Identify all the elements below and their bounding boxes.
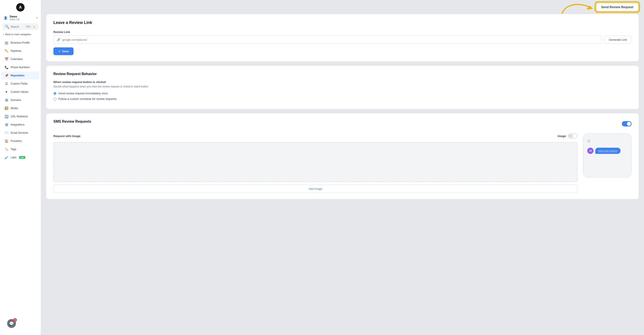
generate-link-button[interactable]: Generate Link [604, 36, 632, 44]
phone-numbers-icon: 📞 [4, 65, 8, 69]
svg-marker-0 [586, 5, 593, 9]
sidebar-item-label-tags: Tags [11, 148, 16, 151]
calendars-icon: 📅 [4, 57, 8, 61]
review-link-input[interactable] [62, 38, 598, 41]
add-image-button[interactable]: Add image [54, 185, 578, 193]
labs-icon: 🧪 [4, 155, 8, 159]
sms-header: SMS Review Requests [54, 120, 632, 128]
sidebar-logo: A [0, 0, 41, 14]
message-link[interactable]: https://bit.ly/qty52 [598, 149, 618, 152]
search-label: Search [11, 25, 24, 28]
message-bubble-row: JD https://bit.ly/qty52 [587, 148, 627, 154]
back-nav-label: Back to main navigation [5, 33, 31, 36]
custom-values-icon: ♥ [4, 90, 8, 94]
phone-mockup: ☰ JD https://bit.ly/qty52 [583, 133, 632, 178]
sidebar-item-label-labs: Labs [11, 156, 16, 159]
sidebar-item-label-pipelines: Pipelines [11, 49, 22, 52]
phone-menu-icon: ☰ [587, 139, 627, 143]
reputation-icon: 📌 [4, 73, 8, 77]
save-button[interactable]: ✓ Save [54, 47, 74, 55]
sidebar-item-providers[interactable]: 🏠Providers [1, 137, 40, 145]
request-with-image-label: Request with Image [54, 134, 80, 138]
chevron-down-icon: ▾ [36, 16, 38, 19]
review-link-card: Leave a Review Link Review Link 🔗 Genera… [46, 14, 639, 61]
domains-icon: ⚙️ [4, 98, 8, 102]
sidebar-item-label-custom-values: Custom Values [11, 90, 28, 93]
tags-icon: 🏷️ [4, 147, 8, 151]
back-arrow-icon: ‹ [3, 33, 4, 36]
sidebar-item-media[interactable]: 🖼️Media [1, 104, 40, 112]
sidebar-item-email-services[interactable]: ✉️Email Services [1, 129, 40, 137]
content-area: Leave a Review Link Review Link 🔗 Genera… [41, 14, 644, 335]
url-redirects-icon: ↩️ [4, 114, 8, 118]
radio-label-1: Send review request immediately once [58, 92, 108, 95]
link-icon: 🔗 [57, 38, 60, 41]
sms-title: SMS Review Requests [54, 120, 91, 124]
nav-items-container: 🏢Business Profile✏️Pipelines📅Calendars📞P… [0, 38, 41, 162]
radio-input-2[interactable] [54, 97, 56, 100]
message-avatar: JD [587, 148, 594, 154]
sidebar-item-label-reputation: Reputation [11, 74, 24, 77]
sidebar-item-label-business-profile: Business Profile [11, 41, 30, 44]
sidebar-item-reputation[interactable]: 📌Reputation [1, 71, 40, 79]
review-link-input-wrapper[interactable]: 🔗 [54, 35, 602, 44]
send-review-request-button[interactable]: Send Review Request [596, 3, 639, 11]
integrations-icon: ⚙️ [4, 123, 8, 127]
sidebar-item-phone-numbers[interactable]: 📞Phone Numbers [1, 63, 40, 71]
search-shortcut: ⌘K [25, 25, 31, 28]
sms-content: Request with Image Image ✕ Add image [54, 133, 632, 193]
image-placeholder [54, 142, 578, 182]
user-info[interactable]: 👤 Demo Irvine, CA ▾ [0, 14, 41, 22]
sidebar-item-labs[interactable]: 🧪Labsnew [1, 153, 40, 161]
message-bubble: https://bit.ly/qty52 [595, 148, 620, 154]
check-icon: ✓ [58, 50, 61, 53]
sidebar-item-tags[interactable]: 🏷️Tags [1, 145, 40, 153]
chat-badge: 3 [13, 318, 17, 322]
labs-badge: new [19, 156, 25, 159]
user-name: Demo [10, 15, 35, 18]
user-text: Demo Irvine, CA [10, 15, 35, 20]
review-link-label: Review Link [54, 30, 632, 34]
image-toggle[interactable]: ✕ [568, 133, 578, 139]
chat-button[interactable]: 💬 3 [7, 319, 16, 328]
sms-left: Request with Image Image ✕ Add image [54, 133, 578, 193]
sidebar-item-custom-fields[interactable]: ☰Custom Fields [1, 80, 40, 88]
image-toggle-row: Image ✕ [558, 133, 578, 139]
sidebar-item-label-email-services: Email Services [11, 131, 28, 134]
business-profile-icon: 🏢 [4, 41, 8, 45]
sidebar-item-domains[interactable]: ⚙️Domains [1, 96, 40, 104]
review-link-input-row: 🔗 Generate Link [54, 35, 632, 44]
sidebar-item-calendars[interactable]: 📅Calendars [1, 55, 40, 63]
sidebar-item-label-integrations: Integrations [11, 123, 24, 126]
media-icon: 🖼️ [4, 106, 8, 110]
providers-icon: 🏠 [4, 139, 8, 143]
back-to-main-nav[interactable]: ‹ Back to main navigation [0, 31, 41, 38]
email-services-icon: ✉️ [4, 131, 8, 135]
sidebar-item-label-url-redirects: URL Redirects [11, 115, 28, 118]
search-icon: 🔍 [5, 24, 9, 29]
sidebar-item-label-providers: Providers [11, 139, 22, 143]
main-content: Send Review Request Leave a Review Link … [41, 0, 644, 335]
sidebar-item-business-profile[interactable]: 🏢Business Profile [1, 39, 40, 47]
sms-phone-preview: ☰ JD https://bit.ly/qty52 [583, 133, 632, 193]
review-behavior-title: Review Request Behavior [54, 72, 632, 76]
review-behavior-card: Review Request Behavior When review requ… [46, 66, 639, 109]
radio-option-1[interactable]: Send review request immediately once [54, 92, 632, 95]
radio-option-2[interactable]: Follow a custom schedule for review requ… [54, 97, 632, 100]
radio-input-1[interactable] [54, 92, 56, 95]
search-bar[interactable]: 🔍 Search ⌘K ⚡ [2, 23, 38, 30]
sidebar-item-label-domains: Domains [11, 98, 21, 102]
review-link-card-title: Leave a Review Link [54, 20, 632, 25]
app-logo: A [16, 3, 24, 11]
sidebar-item-pipelines[interactable]: ✏️Pipelines [1, 47, 40, 55]
custom-fields-icon: ☰ [4, 82, 8, 86]
topbar: Send Review Request [41, 0, 644, 14]
sidebar-item-label-calendars: Calendars [11, 57, 23, 61]
sidebar-item-integrations[interactable]: ⚙️Integrations [1, 121, 40, 129]
sidebar-item-label-media: Media [11, 107, 18, 110]
sidebar-item-url-redirects[interactable]: ↩️URL Redirects [1, 112, 40, 120]
radio-label-2: Follow a custom schedule for review requ… [58, 97, 116, 100]
sidebar-item-custom-values[interactable]: ♥Custom Values [1, 88, 40, 96]
sidebar-item-label-phone-numbers: Phone Numbers [11, 66, 30, 69]
sms-toggle[interactable] [622, 121, 632, 126]
